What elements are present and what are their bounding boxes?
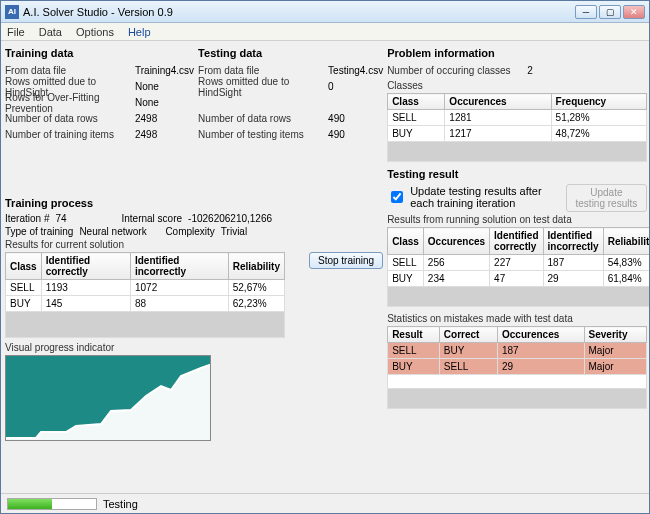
rows-ofp-label: Rows for Over-Fitting Prevention: [5, 92, 135, 114]
complexity-label: Complexity: [165, 226, 214, 237]
classes-label: Classes: [387, 80, 647, 91]
num-items-value: 2498: [135, 129, 157, 140]
test-results-table: Class Occurences Identified correctly Id…: [387, 227, 649, 307]
score-label: Internal score: [121, 213, 182, 224]
status-progress: [7, 498, 97, 510]
progress-line-icon: [6, 356, 211, 441]
table-row: SELL25622718754,83%: [388, 255, 649, 271]
th-rel2[interactable]: Reliability: [603, 228, 649, 255]
training-process-panel: Training process Iteration # 74 Internal…: [5, 195, 383, 489]
th-class[interactable]: Class: [388, 94, 445, 110]
progress-chart: [5, 355, 211, 441]
app-icon: AI: [5, 5, 19, 19]
training-process-heading: Training process: [5, 197, 383, 209]
type-value: Neural network: [79, 226, 159, 237]
table-row: BUYSELL29Major: [388, 359, 647, 375]
table-row: BUY1458862,23%: [6, 296, 285, 312]
menu-help[interactable]: Help: [128, 26, 151, 38]
rows-ofp-value: None: [135, 97, 159, 108]
th-result[interactable]: Result: [388, 327, 440, 343]
num-items-label: Number of training items: [5, 129, 135, 140]
status-progress-bar: [8, 499, 52, 509]
trows-hind-value: 0: [328, 81, 334, 92]
th-occ[interactable]: Occurences: [445, 94, 551, 110]
tfrom-file-label: From data file: [198, 65, 328, 76]
th-correct[interactable]: Correct: [439, 327, 497, 343]
tnum-rows-label: Number of data rows: [198, 113, 328, 124]
th-pidi[interactable]: Identified incorrectly: [130, 253, 228, 280]
rows-hind-value: None: [135, 81, 159, 92]
testing-data-heading: Testing data: [198, 47, 383, 59]
th-freq[interactable]: Frequency: [551, 94, 647, 110]
num-rows-label: Number of data rows: [5, 113, 135, 124]
tfrom-file-value: Testing4.csv: [328, 65, 383, 76]
test-results-label: Results from running solution on test da…: [387, 214, 647, 225]
training-data-panel: Training data From data fileTraining4.cs…: [5, 45, 194, 191]
testing-data-panel: Testing data From data fileTesting4.csv …: [198, 45, 383, 191]
update-checkbox[interactable]: [391, 191, 403, 203]
menu-data[interactable]: Data: [39, 26, 62, 38]
th-pidc[interactable]: Identified correctly: [41, 253, 130, 280]
status-text: Testing: [103, 498, 138, 510]
maximize-button[interactable]: ▢: [599, 5, 621, 19]
num-classes-label: Number of occuring classes: [387, 65, 527, 76]
training-data-heading: Training data: [5, 47, 194, 59]
table-row: SELL1193107252,67%: [6, 280, 285, 296]
mistake-stats-table: Result Correct Occurences Severity SELLB…: [387, 326, 647, 409]
proc-results-label: Results for current solution: [5, 239, 383, 250]
tnum-items-value: 490: [328, 129, 345, 140]
app-window: AI A.I. Solver Studio - Version 0.9 ─ ▢ …: [0, 0, 650, 514]
stop-training-button[interactable]: Stop training: [309, 252, 383, 269]
table-row: BUY121748,72%: [388, 126, 647, 142]
th-idc2[interactable]: Identified correctly: [490, 228, 543, 255]
num-rows-value: 2498: [135, 113, 157, 124]
complexity-value: Trivial: [221, 226, 281, 237]
th-occ2[interactable]: Occurences: [423, 228, 489, 255]
iter-value: 74: [55, 213, 115, 224]
th-pclass[interactable]: Class: [6, 253, 42, 280]
problem-heading: Problem information: [387, 47, 647, 59]
update-results-button[interactable]: Update testing results: [566, 184, 648, 212]
update-checkbox-label[interactable]: Update testing results after each traini…: [387, 185, 560, 209]
titlebar[interactable]: AI A.I. Solver Studio - Version 0.9 ─ ▢ …: [1, 1, 649, 23]
update-checkbox-text: Update testing results after each traini…: [410, 185, 560, 209]
menu-options[interactable]: Options: [76, 26, 114, 38]
tnum-rows-value: 490: [328, 113, 345, 124]
minimize-button[interactable]: ─: [575, 5, 597, 19]
window-title: A.I. Solver Studio - Version 0.9: [23, 6, 575, 18]
tnum-items-label: Number of testing items: [198, 129, 328, 140]
th-class2[interactable]: Class: [388, 228, 424, 255]
menubar: File Data Options Help: [1, 23, 649, 41]
statusbar: Testing: [1, 493, 649, 513]
process-results-table: Class Identified correctly Identified in…: [5, 252, 285, 338]
from-file-label: From data file: [5, 65, 135, 76]
table-row: SELL128151,28%: [388, 110, 647, 126]
type-label: Type of training: [5, 226, 73, 237]
classes-table: ClassOccurencesFrequency SELL128151,28% …: [387, 93, 647, 162]
trows-hind-label: Rows omitted due to HindSight: [198, 76, 328, 98]
th-idi2[interactable]: Identified incorrectly: [543, 228, 603, 255]
table-row: BUY234472961,84%: [388, 271, 649, 287]
problem-info-panel: Problem information Number of occuring c…: [387, 45, 647, 162]
vpi-label: Visual progress indicator: [5, 342, 383, 353]
iter-label: Iteration #: [5, 213, 49, 224]
testing-result-panel: Testing result Update testing results af…: [387, 166, 647, 409]
th-occ3[interactable]: Occurences: [498, 327, 585, 343]
testing-result-heading: Testing result: [387, 168, 647, 180]
close-button[interactable]: ✕: [623, 5, 645, 19]
score-value: -1026206210,1266: [188, 213, 298, 224]
table-row: SELLBUY187Major: [388, 343, 647, 359]
menu-file[interactable]: File: [7, 26, 25, 38]
mistake-stats-label: Statistics on mistakes made with test da…: [387, 313, 647, 324]
from-file-value: Training4.csv: [135, 65, 194, 76]
th-sev[interactable]: Severity: [584, 327, 647, 343]
th-prel[interactable]: Reliability: [228, 253, 284, 280]
num-classes-value: 2: [527, 65, 533, 76]
